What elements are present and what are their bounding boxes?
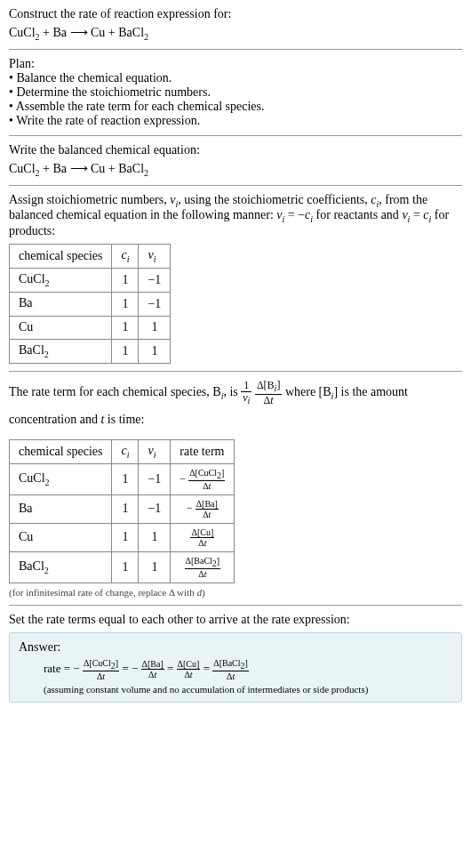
- cell-vi: 1: [139, 551, 171, 583]
- cell-ci: 1: [112, 292, 139, 316]
- fraction: Δ[Ba] Δt: [196, 499, 219, 519]
- table-header-row: chemical species ci νi rate term: [10, 439, 235, 463]
- col-ci: ci: [112, 245, 139, 269]
- rateterm-table: chemical species ci νi rate term CuCl2 1…: [9, 439, 235, 583]
- prompt-text: Construct the rate of reaction expressio…: [9, 7, 462, 21]
- cell-ci: 1: [112, 316, 139, 340]
- cell-vi: −1: [139, 494, 171, 523]
- balanced-section: Write the balanced chemical equation: Cu…: [9, 143, 462, 178]
- cell-species: CuCl2: [10, 463, 112, 494]
- plan-item: • Assemble the rate term for each chemic…: [9, 100, 462, 114]
- divider: [9, 185, 462, 186]
- answer-note: (assuming constant volume and no accumul…: [44, 684, 452, 695]
- cell-vi: 1: [139, 523, 171, 551]
- plan-title: Plan:: [9, 57, 462, 71]
- cell-ci: 1: [112, 268, 139, 292]
- answer-expression: rate = − Δ[CuCl2] Δt = − Δ[Ba] Δt = Δ[Cu…: [44, 658, 452, 681]
- fraction: Δ[Bi] Δt: [255, 380, 283, 406]
- cell-rate: − Δ[CuCl2] Δt: [171, 463, 235, 494]
- divider: [9, 371, 462, 372]
- prompt-section: Construct the rate of reaction expressio…: [9, 7, 462, 42]
- table-row: Cu 1 1 Δ[Cu] Δt: [10, 523, 235, 551]
- divider: [9, 49, 462, 50]
- fraction: Δ[Cu] Δt: [190, 527, 214, 548]
- cell-species: BaCl2: [10, 551, 112, 583]
- fraction: Δ[Ba] Δt: [141, 659, 164, 679]
- cell-species: CuCl2: [10, 268, 112, 292]
- cell-vi: −1: [139, 463, 171, 494]
- col-species: chemical species: [10, 245, 112, 269]
- cell-vi: 1: [139, 316, 171, 340]
- cell-species: Ba: [10, 494, 112, 523]
- cell-vi: −1: [139, 292, 171, 316]
- divider: [9, 605, 462, 606]
- stoich-intro: Assign stoichiometric numbers, νi, using…: [9, 193, 462, 239]
- fraction: Δ[BaCl2] Δt: [212, 658, 249, 681]
- final-section: Set the rate terms equal to each other t…: [9, 613, 462, 703]
- balanced-equation: CuCl2 + Ba ⟶ Cu + BaCl2: [9, 161, 462, 178]
- cell-ci: 1: [112, 463, 139, 494]
- col-rate: rate term: [171, 439, 235, 463]
- table-row: BaCl2 1 1 Δ[BaCl2] Δt: [10, 551, 235, 583]
- rateterm-caption: (for infinitesimal rate of change, repla…: [9, 587, 462, 598]
- cell-species: BaCl2: [10, 340, 112, 364]
- rateterm-intro: The rate term for each chemical species,…: [9, 379, 462, 434]
- table-row: Ba 1 −1 − Δ[Ba] Δt: [10, 494, 235, 523]
- table-row: CuCl2 1 −1 − Δ[CuCl2] Δt: [10, 463, 235, 494]
- fraction: Δ[Cu] Δt: [177, 659, 201, 679]
- plan-section: Plan: • Balance the chemical equation. •…: [9, 57, 462, 128]
- cell-rate: Δ[Cu] Δt: [171, 523, 235, 551]
- plan-item: • Balance the chemical equation.: [9, 71, 462, 85]
- cell-species: Ba: [10, 292, 112, 316]
- table-row: Cu 1 1: [10, 316, 171, 340]
- col-ci: ci: [112, 439, 139, 463]
- cell-vi: 1: [139, 340, 171, 364]
- table-row: BaCl2 1 1: [10, 340, 171, 364]
- cell-ci: 1: [112, 494, 139, 523]
- cell-rate: Δ[BaCl2] Δt: [171, 551, 235, 583]
- col-species: chemical species: [10, 439, 112, 463]
- rateterm-section: The rate term for each chemical species,…: [9, 379, 462, 597]
- answer-box: Answer: rate = − Δ[CuCl2] Δt = − Δ[Ba] Δ…: [9, 632, 462, 703]
- plan-item: • Write the rate of reaction expression.: [9, 114, 462, 128]
- cell-species: Cu: [10, 523, 112, 551]
- table-row: Ba 1 −1: [10, 292, 171, 316]
- fraction: 1 νi: [241, 380, 251, 406]
- fraction: Δ[CuCl2] Δt: [83, 658, 119, 681]
- stoich-section: Assign stoichiometric numbers, νi, using…: [9, 193, 462, 365]
- cell-ci: 1: [112, 523, 139, 551]
- col-vi: νi: [139, 245, 171, 269]
- plan-item: • Determine the stoichiometric numbers.: [9, 85, 462, 100]
- divider: [9, 135, 462, 136]
- fraction: Δ[BaCl2] Δt: [185, 556, 221, 579]
- cell-ci: 1: [112, 551, 139, 583]
- answer-label: Answer:: [19, 640, 452, 655]
- prompt-equation: CuCl2 + Ba ⟶ Cu + BaCl2: [9, 25, 462, 42]
- fraction: Δ[CuCl2] Δt: [188, 468, 225, 491]
- cell-vi: −1: [139, 268, 171, 292]
- balanced-title: Write the balanced chemical equation:: [9, 143, 462, 157]
- final-title: Set the rate terms equal to each other t…: [9, 613, 462, 627]
- cell-species: Cu: [10, 316, 112, 340]
- cell-rate: − Δ[Ba] Δt: [171, 494, 235, 523]
- table-row: CuCl2 1 −1: [10, 268, 171, 292]
- stoich-table: chemical species ci νi CuCl2 1 −1 Ba 1 −…: [9, 244, 171, 364]
- table-header-row: chemical species ci νi: [10, 245, 171, 269]
- cell-ci: 1: [112, 340, 139, 364]
- col-vi: νi: [139, 439, 171, 463]
